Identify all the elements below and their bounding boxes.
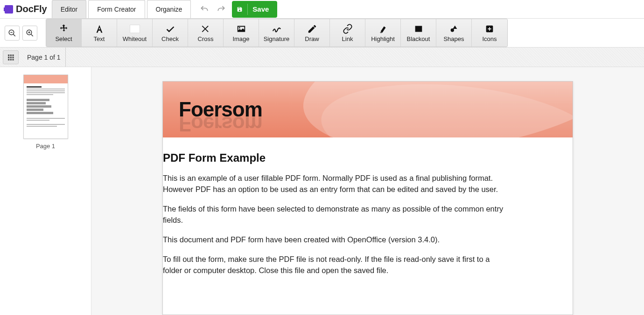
save-button[interactable]: Save — [232, 1, 277, 18]
zoom-in-icon — [26, 29, 34, 37]
tool-blackout[interactable]: Blackout — [401, 19, 436, 47]
tool-highlight-label: Highlight — [371, 35, 395, 42]
undo-icon — [200, 5, 209, 14]
signature-icon — [272, 23, 282, 34]
image-icon — [236, 23, 246, 34]
svg-rect-10 — [8, 55, 9, 56]
editor-toolbar: Select Text Whiteout Check Cross Image S… — [0, 19, 644, 48]
tool-icons[interactable]: Icons — [472, 19, 507, 47]
tab-form-creator-label: Form Creator — [97, 6, 136, 13]
tool-cross-label: Cross — [198, 35, 214, 42]
tool-group: Select Text Whiteout Check Cross Image S… — [46, 19, 508, 47]
thumbnail-sidebar: Page 1 — [0, 67, 91, 315]
tool-draw-label: Draw — [305, 35, 319, 42]
tab-editor-label: Editor — [61, 6, 78, 13]
tool-blackout-label: Blackout — [407, 35, 430, 42]
redo-icon — [217, 5, 226, 14]
tab-organize-label: Organize — [156, 6, 182, 13]
tool-text[interactable]: Text — [82, 19, 117, 47]
tool-image[interactable]: Image — [224, 19, 259, 47]
document-canvas[interactable]: Foersom Foersom PDF Form Example This is… — [91, 67, 644, 315]
whiteout-icon — [130, 23, 140, 34]
tab-organize[interactable]: Organize — [147, 0, 191, 18]
tool-highlight[interactable]: Highlight — [365, 19, 401, 47]
pencil-icon — [307, 23, 317, 34]
zoom-in-button[interactable] — [22, 26, 37, 41]
svg-rect-18 — [12, 59, 14, 60]
page-bar: Page 1 of 1 — [0, 48, 644, 67]
logo-icon — [5, 5, 13, 14]
svg-line-4 — [31, 34, 33, 36]
document-body: PDF Form Example This is an example of a… — [163, 137, 573, 303]
tool-shapes[interactable]: Shapes — [436, 19, 472, 47]
tool-select[interactable]: Select — [46, 19, 82, 47]
tool-link[interactable]: Link — [330, 19, 365, 47]
thumbnail-label: Page 1 — [36, 143, 55, 150]
tool-select-label: Select — [55, 35, 72, 42]
text-icon — [94, 23, 105, 34]
page-thumbnail-1[interactable] — [23, 75, 68, 139]
tab-form-creator[interactable]: Form Creator — [88, 0, 145, 18]
highlight-icon — [378, 23, 388, 34]
svg-point-8 — [450, 28, 454, 32]
svg-rect-12 — [12, 55, 14, 56]
save-label: Save — [252, 5, 269, 13]
app-name: DocFly — [16, 4, 47, 14]
redo-button[interactable] — [215, 3, 227, 15]
svg-rect-11 — [10, 55, 12, 56]
document-paragraph: The fields of this form have been select… — [163, 204, 504, 226]
tool-check-label: Check — [161, 35, 179, 42]
tool-whiteout-label: Whiteout — [123, 35, 147, 42]
tool-image-label: Image — [232, 35, 249, 42]
link-icon — [343, 23, 353, 34]
header-actions: Save — [198, 1, 277, 18]
tool-check[interactable]: Check — [153, 19, 188, 47]
tab-editor[interactable]: Editor — [52, 0, 87, 18]
cross-icon — [201, 23, 211, 34]
zoom-out-button[interactable] — [5, 26, 20, 41]
thumbnails-toggle-button[interactable] — [3, 50, 19, 64]
app-logo: DocFly — [0, 4, 52, 14]
svg-rect-17 — [10, 59, 12, 60]
main-area: Page 1 Foersom Foersom PDF Form Example … — [0, 67, 644, 315]
tool-shapes-label: Shapes — [443, 35, 464, 42]
svg-rect-15 — [12, 56, 14, 58]
document-paragraph: This document and PDF form have been cre… — [163, 234, 504, 246]
app-header: DocFly Editor Form Creator Organize Save — [0, 0, 644, 19]
undo-button[interactable] — [198, 3, 210, 15]
document-paragraph: To fill out the form, make sure the PDF … — [163, 254, 504, 276]
svg-rect-14 — [10, 56, 12, 58]
zoom-controls — [0, 19, 42, 47]
shapes-icon — [449, 23, 459, 34]
page-indicator: Page 1 of 1 — [22, 48, 66, 67]
tool-signature-label: Signature — [264, 35, 290, 42]
tool-signature[interactable]: Signature — [259, 19, 294, 47]
svg-line-1 — [13, 34, 15, 36]
tool-link-label: Link — [342, 35, 353, 42]
blackout-icon — [413, 23, 424, 34]
mode-tabs: Editor Form Creator Organize — [52, 0, 193, 18]
check-icon — [165, 23, 175, 34]
tool-draw[interactable]: Draw — [294, 19, 330, 47]
tool-text-label: Text — [94, 35, 105, 42]
page-indicator-text: Page 1 of 1 — [27, 54, 61, 61]
plus-square-icon — [484, 23, 495, 34]
document-page: Foersom Foersom PDF Form Example This is… — [162, 81, 573, 315]
document-heading: PDF Form Example — [163, 151, 573, 173]
svg-rect-16 — [8, 59, 9, 60]
move-icon — [59, 23, 69, 34]
zoom-out-icon — [8, 29, 16, 37]
tool-icons-label: Icons — [482, 35, 497, 42]
tool-whiteout[interactable]: Whiteout — [117, 19, 153, 47]
grid-icon — [7, 54, 14, 61]
save-icon — [237, 4, 248, 15]
document-paragraph: This is an example of a user fillable PD… — [163, 173, 504, 195]
tool-cross[interactable]: Cross — [188, 19, 224, 47]
svg-rect-13 — [8, 56, 9, 58]
document-banner: Foersom Foersom — [163, 82, 573, 137]
svg-rect-7 — [415, 26, 422, 32]
banner-title: Foersom — [179, 98, 262, 121]
